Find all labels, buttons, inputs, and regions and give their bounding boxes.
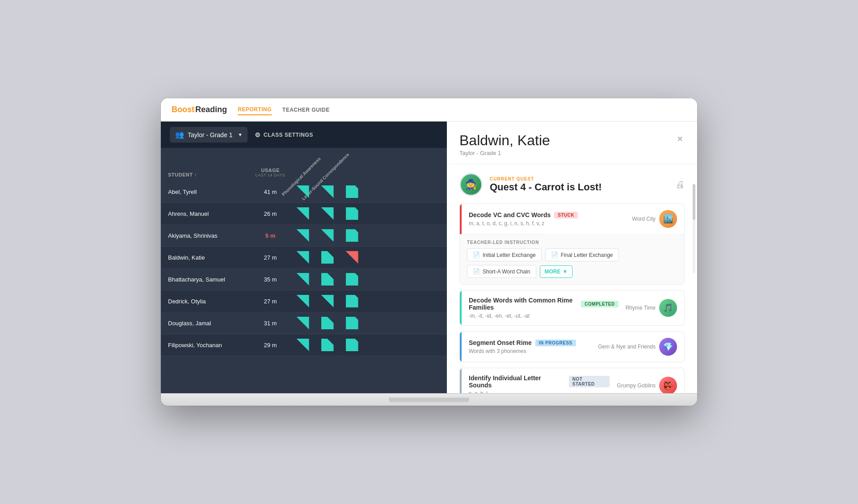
table-row[interactable]: Akiyama, Shrinivas5 m (161, 225, 447, 247)
left-panel: 👥 Taylor - Grade 1 ▼ ⚙ CLASS SETTINGS ST… (161, 122, 447, 393)
skill-card-subtitle: -in, -it, -id, -en, -et, -ut, -at (469, 313, 618, 319)
student-usage: 5 m (250, 226, 290, 245)
quest-header: 🧙 CURRENT QUEST Quest 4 - Carrot is Lost… (459, 173, 685, 196)
skill-cell (340, 181, 364, 202)
skill-cells (290, 312, 447, 334)
table-row[interactable]: Baldwin, Katie27 m (161, 247, 447, 269)
skill-tile (346, 317, 358, 329)
scroll-thumb (693, 184, 695, 220)
skill-card: Identify Individual Letter Sounds NOT ST… (459, 368, 685, 393)
nav-teacher-guide[interactable]: TEACHER GUIDE (282, 105, 330, 115)
skill-tile (297, 251, 309, 264)
quest-avatar: 🧙 (459, 173, 483, 196)
table-row[interactable]: Douglass, Jamal31 m (161, 312, 447, 334)
skill-cell (340, 247, 364, 268)
print-icon[interactable]: 🖨 (676, 180, 685, 190)
student-usage: 27 m (250, 292, 290, 311)
game-name: Rhyme Time (626, 305, 656, 311)
class-settings-button[interactable]: ⚙ CLASS SETTINGS (255, 131, 313, 139)
top-nav: Boost Reading REPORTING TEACHER GUIDE (161, 98, 697, 122)
skill-card: Segment Onset Rime IN PROGRESS Words wit… (459, 331, 685, 362)
brand-reading: Reading (195, 105, 227, 114)
skill-card-subtitle: m, a, t, o, d, c, g, i, n, s, h, f, v, z (469, 220, 625, 227)
game-name: Gem & Nye and Friends (598, 344, 656, 350)
skill-game-badge: Word City 🏙️ (632, 210, 677, 228)
skill-tile (321, 185, 334, 198)
class-selector-icon: 👥 (175, 130, 184, 139)
skill-title-text: Decode VC and CVC Words (469, 211, 551, 218)
student-usage: 35 m (250, 270, 290, 289)
student-name: Ahrens, Manuel (161, 204, 250, 223)
detail-body: 🧙 CURRENT QUEST Quest 4 - Carrot is Lost… (447, 164, 697, 393)
instruction-button[interactable]: 📄 Initial Letter Exchange (467, 248, 542, 261)
game-name: Word City (632, 216, 656, 222)
skill-tile (321, 251, 334, 264)
skill-card-content: Decode Words with Common Rime Families C… (469, 297, 618, 319)
skill-cell (315, 269, 340, 290)
skill-game-badge: Grumpy Goblins 👺 (617, 377, 677, 393)
close-button[interactable]: × (675, 132, 685, 146)
instruction-button[interactable]: 📄 Short-A Word Chain (467, 265, 536, 278)
skill-cells (290, 203, 447, 224)
skill-tile (346, 185, 358, 198)
chevron-down-icon: ▼ (563, 269, 568, 275)
table-row[interactable]: Dedrick, Otylia27 m (161, 290, 447, 312)
skill-card-inner: Decode VC and CVC Words STUCK m, a, t, o… (460, 204, 684, 234)
more-button[interactable]: MORE ▼ (540, 265, 573, 278)
col-pa-header: Phonological Awareness (290, 151, 315, 178)
skill-cell (340, 312, 364, 334)
right-panel: Baldwin, Katie Taylor - Grade 1 × 🧙 CURR… (447, 122, 697, 393)
skill-cell (290, 334, 315, 356)
skill-cells (290, 269, 447, 290)
student-name: Filipowski, Yochanan (161, 336, 250, 355)
app-container: Boost Reading REPORTING TEACHER GUIDE 👥 … (161, 98, 697, 393)
col-lsc-header: Letter-Sound Correspondence (315, 151, 340, 178)
class-settings-label: CLASS SETTINGS (264, 132, 313, 138)
skill-cell (315, 334, 340, 356)
detail-header: Baldwin, Katie Taylor - Grade 1 × (447, 122, 697, 164)
skill-card-content: Identify Individual Letter Sounds NOT ST… (469, 374, 610, 393)
game-icon: 🎵 (659, 299, 677, 317)
skill-tile (297, 207, 309, 220)
skill-tile (297, 317, 309, 329)
skill-card-subtitle: Words with 3 phonemes (469, 348, 591, 354)
student-detail-name: Baldwin, Katie (459, 132, 550, 149)
more-label: MORE (545, 269, 561, 275)
skill-card-inner: Decode Words with Common Rime Families C… (460, 290, 684, 325)
student-name: Douglass, Jamal (161, 314, 250, 333)
skill-card-content: Decode VC and CVC Words STUCK m, a, t, o… (469, 211, 625, 227)
instruction-button[interactable]: 📄 Final Letter Exchange (545, 248, 619, 261)
skill-cell (315, 203, 340, 224)
skill-cell (290, 290, 315, 312)
table-row[interactable]: Ahrens, Manuel26 m (161, 203, 447, 225)
main-area: 👥 Taylor - Grade 1 ▼ ⚙ CLASS SETTINGS ST… (161, 122, 697, 393)
skill-badge: COMPLETED (581, 301, 618, 307)
class-selector[interactable]: 👥 Taylor - Grade 1 ▼ (170, 127, 248, 143)
detail-name-section: Baldwin, Katie Taylor - Grade 1 (459, 132, 550, 156)
quest-label: CURRENT QUEST (490, 176, 669, 181)
table-row[interactable]: Bhattacharya, Samuel35 m (161, 269, 447, 290)
laptop-notch (389, 398, 469, 402)
skill-cells (290, 334, 447, 356)
skill-tile (346, 229, 358, 242)
skill-cells (290, 225, 447, 246)
student-usage: 31 m (250, 314, 290, 333)
skill-tile (297, 273, 309, 286)
laptop-base (161, 393, 697, 406)
class-selector-row: 👥 Taylor - Grade 1 ▼ ⚙ CLASS SETTINGS (161, 122, 447, 148)
col-usage-header: USAGE Last 14 days (250, 168, 290, 181)
skill-tile (297, 229, 309, 242)
col-rotated-headers: Phonological Awareness Letter-Sound Corr… (290, 151, 447, 181)
student-name: Baldwin, Katie (161, 248, 250, 267)
skill-cell (340, 203, 364, 224)
laptop-shell: Boost Reading REPORTING TEACHER GUIDE 👥 … (161, 98, 697, 406)
student-list: Abel, Tyrell41 mAhrens, Manuel26 mAkiyam… (161, 181, 447, 393)
skill-card-title: Decode VC and CVC Words STUCK (469, 211, 625, 218)
nav-reporting[interactable]: REPORTING (238, 105, 272, 115)
skill-tile (346, 339, 358, 351)
table-header: STUDENT ↑ USAGE Last 14 days Phonologica… (161, 148, 447, 181)
skill-tile (321, 273, 334, 286)
instruction-buttons: 📄 Initial Letter Exchange 📄 Final Letter… (467, 248, 677, 278)
table-row[interactable]: Filipowski, Yochanan29 m (161, 334, 447, 356)
skill-title-text: Decode Words with Common Rime Families (469, 297, 577, 311)
